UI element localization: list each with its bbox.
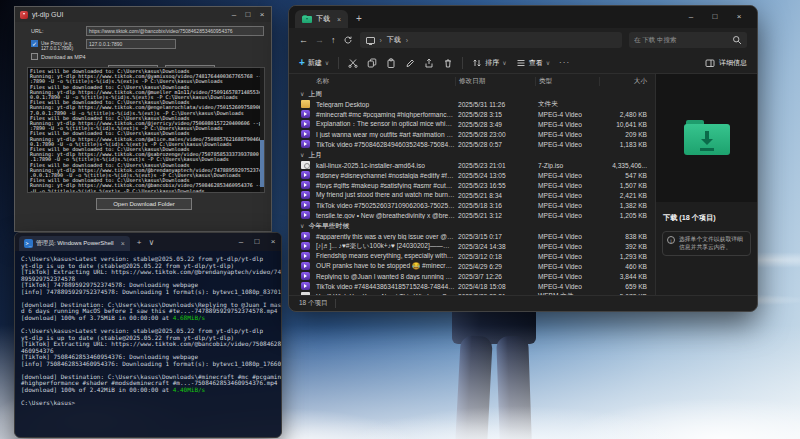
maximize-button[interactable]: □: [241, 8, 255, 22]
tab-close-icon[interactable]: ×: [337, 16, 341, 23]
details-preview: [656, 74, 757, 202]
new-tab-button[interactable]: +: [356, 10, 362, 28]
search-input[interactable]: 在 下载 中搜索: [629, 32, 747, 48]
file-row[interactable]: OUR pranks have to be stopped 😂 #minecra…: [297, 261, 655, 271]
back-icon[interactable]: ←: [299, 35, 308, 45]
file-row[interactable]: My friend just stood there and watch me …: [297, 190, 655, 200]
file-row[interactable]: Telegram Desktop2025/5/31 11:26文件夹: [297, 99, 655, 109]
maximize-button[interactable]: □: [249, 234, 265, 250]
column-header-date[interactable]: 修改日期: [455, 77, 535, 86]
file-row[interactable]: TikTok video #7502526037109062063-750252…: [297, 200, 655, 210]
file-row[interactable]: #apparently this was a very big issue ov…: [297, 231, 655, 241]
gui-log[interactable]: Files will be downloaded to: C:\Users\ka…: [27, 67, 265, 193]
file-type: MPEG-4 Video: [535, 273, 599, 280]
scrollbar-thumb[interactable]: [260, 140, 264, 187]
file-type: MPEG-4 Video: [535, 111, 599, 118]
rename-icon[interactable]: [405, 58, 415, 68]
explorer-tab-downloads[interactable]: 下载 ×: [295, 10, 348, 28]
breadcrumb[interactable]: › 下载 ›: [360, 32, 623, 48]
column-header-size[interactable]: 大小: [599, 77, 655, 86]
up-icon[interactable]: ↑: [331, 35, 336, 45]
powershell-output[interactable]: C:\Users\kasus>Latest version: stable@20…: [15, 251, 281, 412]
chevron-down-icon: ∨: [325, 59, 329, 66]
close-button[interactable]: ×: [255, 8, 269, 22]
file-type: MPEG-4 Video: [535, 172, 599, 179]
minimize-button[interactable]: –: [679, 9, 703, 25]
minimize-button[interactable]: –: [227, 8, 241, 22]
sort-button[interactable]: 排序 ∨: [472, 58, 506, 68]
copy-icon[interactable]: [367, 58, 377, 68]
file-group-header[interactable]: ∨上月: [297, 149, 655, 160]
wallpaper-character-leg-left: [455, 335, 493, 439]
tab-dropdown-icon[interactable]: ∨: [148, 238, 154, 247]
file-icon-video: [301, 110, 310, 118]
column-header-name[interactable]: 名称: [313, 77, 455, 86]
new-tab-button[interactable]: +: [137, 238, 142, 247]
forward-icon[interactable]: →: [315, 35, 324, 45]
file-type: MPEG-4 Video: [535, 283, 599, 290]
file-row[interactable]: #minecraft #mc #pcgaming #highperformanc…: [297, 109, 655, 119]
mp4-checkbox[interactable]: [31, 53, 38, 60]
file-size: 3,844 KB: [599, 273, 655, 280]
paste-icon[interactable]: [386, 58, 396, 68]
minimize-button[interactable]: –: [233, 234, 249, 250]
column-headers[interactable]: 名称 修改日期 类型 大小: [297, 74, 655, 88]
powershell-titlebar[interactable]: >_ 管理员: Windows PowerShell × + ∨ – □ ×: [15, 233, 281, 251]
view-button[interactable]: 查看 ∨: [516, 58, 550, 68]
powershell-tab[interactable]: >_ 管理员: Windows PowerShell ×: [19, 236, 130, 251]
file-row[interactable]: Replying to @Juan I wanted 8 days runnin…: [297, 271, 655, 281]
ytdlp-gui-window[interactable]: yt-dlp GUI – □ × URL: https://www.tiktok…: [14, 6, 272, 232]
breadcrumb-item-downloads[interactable]: 下载: [387, 35, 401, 45]
file-group-header[interactable]: ∨上周: [297, 88, 655, 99]
file-name: Friendship means everything, especially …: [313, 252, 455, 260]
more-options-button[interactable]: ···: [559, 58, 570, 67]
open-download-folder-button[interactable]: Open Download Folder: [96, 198, 192, 210]
file-row[interactable]: #toys #gifts #makeup #satisfying #asmr #…: [297, 180, 655, 190]
explorer-window[interactable]: 下载 × + – □ × ← → ↑ › 下载 › 在 下载 中搜索: [288, 5, 758, 312]
file-type: MPEG-4 Video: [535, 243, 599, 250]
folder-icon: [301, 100, 310, 108]
file-name: Explanation：The sensor in optical mice w…: [313, 120, 455, 129]
file-list[interactable]: ∨上周Telegram Desktop2025/5/31 11:26文件夹#mi…: [297, 88, 655, 295]
search-icon: [732, 35, 742, 45]
delete-icon[interactable]: [443, 58, 453, 68]
explorer-navbar: ← → ↑ › 下载 › 在 下载 中搜索: [289, 28, 757, 52]
desktop-wallpaper: yt-dlp GUI – □ × URL: https://www.tiktok…: [0, 0, 800, 439]
file-row[interactable]: Friendship means everything, especially …: [297, 251, 655, 261]
details-hint-text: 选择单个文件以获取详细信息并共享云内容。: [679, 236, 746, 251]
chevron-down-icon: ∨: [300, 222, 304, 229]
powershell-window[interactable]: >_ 管理员: Windows PowerShell × + ∨ – □ × C…: [14, 232, 282, 438]
file-row[interactable]: TikTok video #7484438634185715248-748443…: [297, 281, 655, 291]
log-scrollbar[interactable]: [260, 68, 264, 192]
proxy-input[interactable]: 127.0.0.1:7890: [86, 39, 176, 49]
file-date: 2025/5/21 8:34: [455, 192, 535, 199]
file-row[interactable]: Explanation：The sensor in optical mice w…: [297, 119, 655, 129]
file-row[interactable]: TikTok video #7508462849460352458-750846…: [297, 139, 655, 149]
new-button[interactable]: + 新建 ∨: [299, 58, 329, 68]
use-proxy-checkbox[interactable]: ✓: [31, 40, 38, 47]
cut-icon[interactable]: [348, 58, 358, 68]
maximize-button[interactable]: □: [703, 9, 727, 25]
file-row[interactable]: #disney #disneychannel #nostalgia #editf…: [297, 170, 655, 180]
file-row[interactable]: [♪|♬]... ♪♥#楽しい100k+♪♥ [24030202]——— [#a…: [297, 241, 655, 251]
tab-close-icon[interactable]: ×: [121, 240, 125, 247]
url-input[interactable]: https://www.tiktok.com/@bancobix/video/7…: [86, 26, 264, 36]
explorer-tabbar[interactable]: 下载 × + – □ ×: [289, 6, 757, 28]
ytdlp-titlebar[interactable]: yt-dlp GUI – □ ×: [15, 7, 271, 22]
file-row[interactable]: I just wanna wear my outfits #art #anima…: [297, 129, 655, 139]
column-header-type[interactable]: 类型: [535, 77, 599, 86]
close-button[interactable]: ×: [265, 234, 281, 250]
refresh-icon[interactable]: [343, 35, 353, 45]
share-icon[interactable]: [424, 58, 434, 68]
close-button[interactable]: ×: [727, 9, 751, 25]
breadcrumb-separator: ›: [380, 37, 382, 44]
details-pane-toggle[interactable]: 详细信息: [705, 58, 747, 68]
file-row[interactable]: tensile.te.gov • New @breathedivinity x …: [297, 210, 655, 220]
file-row[interactable]: kali-linux-2025.1c-installer-amd64.iso20…: [297, 160, 655, 170]
file-group-header[interactable]: ∨今年早些时候: [297, 220, 655, 231]
file-date: 2025/4/18 15:08: [455, 283, 535, 290]
file-name: kali-linux-2025.1c-installer-amd64.iso: [313, 162, 455, 169]
proxy-label: Use Proxy (e.g. 127.0.0.1:7890): [41, 41, 85, 51]
sort-icon: [472, 58, 482, 68]
tab-label: 下载: [316, 14, 330, 24]
